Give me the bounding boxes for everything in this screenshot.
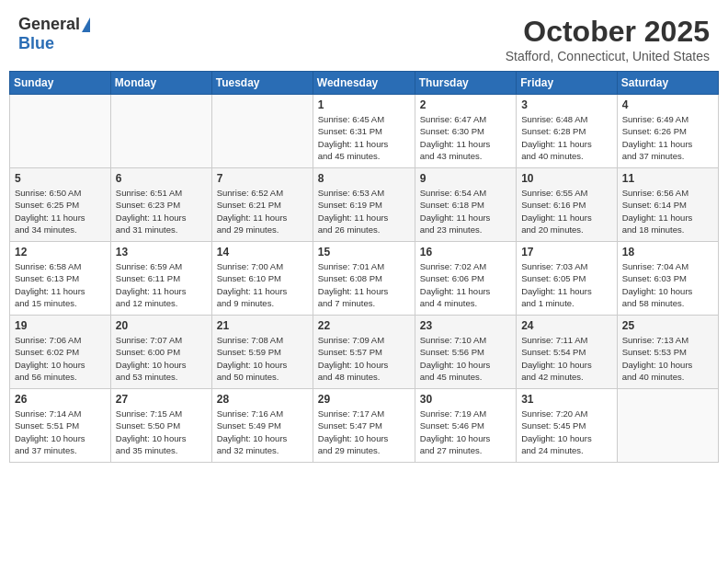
day-number: 29 [318, 393, 410, 406]
calendar-cell: 10Sunrise: 6:55 AM Sunset: 6:16 PM Dayli… [517, 168, 618, 242]
day-info: Sunrise: 7:08 AM Sunset: 5:59 PM Dayligh… [217, 334, 308, 383]
day-info: Sunrise: 6:52 AM Sunset: 6:21 PM Dayligh… [217, 187, 308, 236]
calendar-cell: 24Sunrise: 7:11 AM Sunset: 5:54 PM Dayli… [517, 316, 618, 389]
day-number: 4 [622, 98, 713, 111]
day-number: 19 [15, 319, 106, 332]
day-number: 12 [15, 246, 106, 259]
calendar-cell: 9Sunrise: 6:54 AM Sunset: 6:18 PM Daylig… [415, 168, 516, 242]
day-info: Sunrise: 6:56 AM Sunset: 6:14 PM Dayligh… [622, 187, 713, 236]
calendar-cell: 5Sunrise: 6:50 AM Sunset: 6:25 PM Daylig… [10, 168, 111, 242]
logo-triangle-icon [82, 17, 90, 32]
day-info: Sunrise: 7:11 AM Sunset: 5:54 PM Dayligh… [521, 334, 612, 383]
day-info: Sunrise: 7:09 AM Sunset: 5:57 PM Dayligh… [318, 334, 410, 383]
day-info: Sunrise: 7:03 AM Sunset: 6:05 PM Dayligh… [521, 260, 612, 309]
weekday-header: Sunday [10, 72, 111, 95]
day-info: Sunrise: 6:55 AM Sunset: 6:16 PM Dayligh… [521, 187, 612, 236]
calendar-cell: 11Sunrise: 6:56 AM Sunset: 6:14 PM Dayli… [617, 168, 718, 242]
day-number: 14 [217, 246, 308, 259]
day-number: 23 [420, 319, 511, 332]
day-number: 17 [521, 246, 612, 259]
day-number: 1 [318, 98, 410, 111]
day-number: 16 [420, 246, 511, 259]
day-info: Sunrise: 7:20 AM Sunset: 5:45 PM Dayligh… [521, 408, 612, 456]
day-info: Sunrise: 6:53 AM Sunset: 6:19 PM Dayligh… [318, 187, 410, 236]
day-info: Sunrise: 6:59 AM Sunset: 6:11 PM Dayligh… [116, 260, 207, 309]
calendar-cell: 28Sunrise: 7:16 AM Sunset: 5:49 PM Dayli… [211, 389, 313, 463]
calendar-cell [10, 95, 111, 168]
day-number: 5 [15, 172, 106, 185]
day-info: Sunrise: 7:06 AM Sunset: 6:02 PM Dayligh… [15, 334, 106, 383]
day-info: Sunrise: 7:01 AM Sunset: 6:08 PM Dayligh… [318, 260, 410, 309]
calendar-cell: 15Sunrise: 7:01 AM Sunset: 6:08 PM Dayli… [313, 242, 415, 316]
calendar-cell: 18Sunrise: 7:04 AM Sunset: 6:03 PM Dayli… [617, 242, 718, 316]
calendar-cell: 23Sunrise: 7:10 AM Sunset: 5:56 PM Dayli… [415, 316, 516, 389]
day-info: Sunrise: 7:13 AM Sunset: 5:53 PM Dayligh… [622, 334, 713, 383]
calendar-cell: 13Sunrise: 6:59 AM Sunset: 6:11 PM Dayli… [110, 242, 211, 316]
day-info: Sunrise: 7:14 AM Sunset: 5:51 PM Dayligh… [15, 408, 106, 456]
calendar-cell: 17Sunrise: 7:03 AM Sunset: 6:05 PM Dayli… [517, 242, 618, 316]
day-number: 31 [521, 393, 612, 406]
calendar-table: SundayMondayTuesdayWednesdayThursdayFrid… [9, 71, 719, 463]
day-info: Sunrise: 7:16 AM Sunset: 5:49 PM Dayligh… [217, 408, 308, 456]
day-info: Sunrise: 6:48 AM Sunset: 6:28 PM Dayligh… [521, 113, 612, 162]
day-info: Sunrise: 6:51 AM Sunset: 6:23 PM Dayligh… [116, 187, 207, 236]
calendar-cell [211, 95, 313, 168]
day-number: 8 [318, 172, 410, 185]
logo-blue-text: Blue [18, 34, 54, 52]
day-number: 25 [622, 319, 713, 332]
day-info: Sunrise: 6:54 AM Sunset: 6:18 PM Dayligh… [420, 187, 511, 236]
day-number: 13 [116, 246, 207, 259]
calendar-cell: 3Sunrise: 6:48 AM Sunset: 6:28 PM Daylig… [517, 95, 618, 168]
calendar-cell: 25Sunrise: 7:13 AM Sunset: 5:53 PM Dayli… [617, 316, 718, 389]
day-number: 6 [116, 172, 207, 185]
page-header: General Blue October 2025 Stafford, Conn… [9, 9, 719, 63]
calendar-cell: 4Sunrise: 6:49 AM Sunset: 6:26 PM Daylig… [617, 95, 718, 168]
day-number: 7 [217, 172, 308, 185]
day-number: 10 [521, 172, 612, 185]
calendar-cell: 30Sunrise: 7:19 AM Sunset: 5:46 PM Dayli… [415, 389, 516, 463]
calendar-cell: 1Sunrise: 6:45 AM Sunset: 6:31 PM Daylig… [313, 95, 415, 168]
weekday-header: Tuesday [211, 72, 313, 95]
day-info: Sunrise: 7:10 AM Sunset: 5:56 PM Dayligh… [420, 334, 511, 383]
day-number: 28 [217, 393, 308, 406]
calendar-cell: 14Sunrise: 7:00 AM Sunset: 6:10 PM Dayli… [211, 242, 313, 316]
calendar-cell: 27Sunrise: 7:15 AM Sunset: 5:50 PM Dayli… [110, 389, 211, 463]
day-number: 30 [420, 393, 511, 406]
day-number: 2 [420, 98, 511, 111]
day-info: Sunrise: 6:47 AM Sunset: 6:30 PM Dayligh… [420, 113, 511, 162]
weekday-header: Wednesday [313, 72, 415, 95]
location-title: Stafford, Connecticut, United States [506, 49, 710, 63]
day-number: 22 [318, 319, 410, 332]
day-number: 11 [622, 172, 713, 185]
calendar-cell: 21Sunrise: 7:08 AM Sunset: 5:59 PM Dayli… [211, 316, 313, 389]
day-info: Sunrise: 7:17 AM Sunset: 5:47 PM Dayligh… [318, 408, 410, 456]
weekday-header: Monday [110, 72, 211, 95]
logo: General Blue [18, 15, 90, 53]
day-info: Sunrise: 7:04 AM Sunset: 6:03 PM Dayligh… [622, 260, 713, 309]
day-info: Sunrise: 7:00 AM Sunset: 6:10 PM Dayligh… [217, 260, 308, 309]
day-info: Sunrise: 7:07 AM Sunset: 6:00 PM Dayligh… [116, 334, 207, 383]
day-info: Sunrise: 6:58 AM Sunset: 6:13 PM Dayligh… [15, 260, 106, 309]
logo-general-text: General [18, 15, 80, 34]
day-info: Sunrise: 7:15 AM Sunset: 5:50 PM Dayligh… [116, 408, 207, 456]
calendar-cell: 2Sunrise: 6:47 AM Sunset: 6:30 PM Daylig… [415, 95, 516, 168]
calendar-cell: 19Sunrise: 7:06 AM Sunset: 6:02 PM Dayli… [10, 316, 111, 389]
weekday-header: Saturday [617, 72, 718, 95]
day-info: Sunrise: 6:49 AM Sunset: 6:26 PM Dayligh… [622, 113, 713, 162]
day-number: 24 [521, 319, 612, 332]
calendar-cell: 20Sunrise: 7:07 AM Sunset: 6:00 PM Dayli… [110, 316, 211, 389]
calendar-cell: 8Sunrise: 6:53 AM Sunset: 6:19 PM Daylig… [313, 168, 415, 242]
day-number: 27 [116, 393, 207, 406]
day-info: Sunrise: 7:19 AM Sunset: 5:46 PM Dayligh… [420, 408, 511, 456]
day-info: Sunrise: 6:50 AM Sunset: 6:25 PM Dayligh… [15, 187, 106, 236]
weekday-header: Friday [517, 72, 618, 95]
calendar-cell: 12Sunrise: 6:58 AM Sunset: 6:13 PM Dayli… [10, 242, 111, 316]
day-number: 20 [116, 319, 207, 332]
calendar-cell: 7Sunrise: 6:52 AM Sunset: 6:21 PM Daylig… [211, 168, 313, 242]
day-info: Sunrise: 6:45 AM Sunset: 6:31 PM Dayligh… [318, 113, 410, 162]
title-area: October 2025 Stafford, Connecticut, Unit… [506, 15, 710, 63]
calendar-cell: 26Sunrise: 7:14 AM Sunset: 5:51 PM Dayli… [10, 389, 111, 463]
calendar-cell: 22Sunrise: 7:09 AM Sunset: 5:57 PM Dayli… [313, 316, 415, 389]
calendar-cell: 6Sunrise: 6:51 AM Sunset: 6:23 PM Daylig… [110, 168, 211, 242]
calendar-cell: 29Sunrise: 7:17 AM Sunset: 5:47 PM Dayli… [313, 389, 415, 463]
